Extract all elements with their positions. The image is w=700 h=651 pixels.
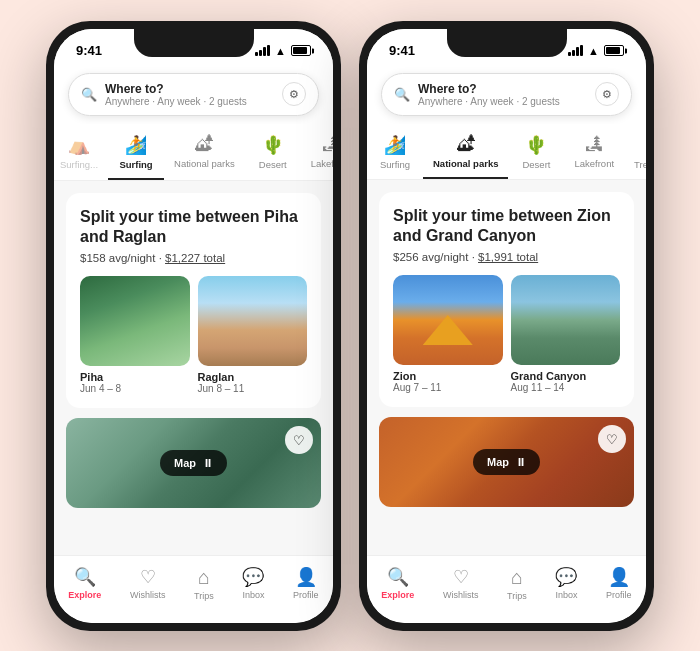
dest-name-grand-canyon: Grand Canyon (511, 370, 621, 382)
split-title-surfing: Split your time between Piha and Raglan (80, 207, 307, 249)
signal-bar-np-4 (580, 45, 583, 56)
search-icon-surfing: 🔍 (81, 87, 97, 102)
dest-item-grand-canyon[interactable]: Grand Canyon Aug 11 – 14 (511, 275, 621, 393)
category-national-parks-active[interactable]: 🏕 National parks (423, 128, 508, 179)
desert-icon-np: 🌵 (525, 134, 547, 156)
trips-icon-np: ⌂ (511, 566, 523, 589)
nav-wishlists-surfing[interactable]: ♡ Wishlists (130, 566, 166, 600)
explore-label-surfing: Explore (68, 590, 101, 600)
category-national-parks-s[interactable]: 🏕 National parks (164, 128, 245, 180)
national-parks-icon-np: 🏕 (457, 134, 475, 155)
main-content-np: Split your time between Zion and Grand C… (367, 180, 646, 574)
dest-img-grand-canyon (511, 275, 621, 365)
lakefront-icon-s: 🏞 (322, 134, 333, 155)
signal-bars-np (568, 45, 583, 56)
desert-label-np: Desert (522, 159, 550, 170)
dest-name-zion: Zion (393, 370, 503, 382)
explore-icon-surfing: 🔍 (74, 566, 96, 588)
dest-item-raglan[interactable]: Raglan Jun 8 – 11 (198, 276, 308, 394)
lakefront-icon-np: 🏞 (585, 134, 603, 155)
category-lakefront-s[interactable]: 🏞 Lakefront (301, 128, 333, 180)
lakefront-label-np: Lakefront (574, 158, 614, 169)
map-preview-np[interactable]: Map ⏸ ♡ (379, 417, 634, 507)
map-label-surfing: Map (174, 457, 196, 469)
desert-icon-s: 🌵 (262, 134, 284, 156)
signal-bar-np-3 (576, 47, 579, 56)
signal-bar-np-1 (568, 52, 571, 56)
wishlists-icon-surfing: ♡ (140, 566, 156, 588)
bottom-nav-surfing: 🔍 Explore ♡ Wishlists ⌂ Trips 💬 Inbox 👤 (54, 555, 333, 623)
piha-image (80, 276, 190, 366)
search-bar-np[interactable]: 🔍 Where to? Anywhere · Any week · 2 gues… (381, 73, 632, 116)
nav-trips-surfing[interactable]: ⌂ Trips (194, 566, 214, 601)
inbox-icon-surfing: 💬 (242, 566, 264, 588)
explore-label-np: Explore (381, 590, 414, 600)
heart-button-surfing[interactable]: ♡ (285, 426, 313, 454)
nav-profile-surfing[interactable]: 👤 Profile (293, 566, 319, 600)
surfing-label: Surfing (119, 159, 152, 170)
inbox-label-np: Inbox (555, 590, 577, 600)
filter-button-surfing[interactable]: ⚙ (282, 82, 306, 106)
category-desert-s[interactable]: 🌵 Desert (245, 128, 301, 180)
nav-profile-np[interactable]: 👤 Profile (606, 566, 632, 600)
search-section-surfing: 🔍 Where to? Anywhere · Any week · 2 gues… (54, 67, 333, 124)
dest-name-piha: Piha (80, 371, 190, 383)
profile-icon-surfing: 👤 (295, 566, 317, 588)
surfing-label-np: Surfing (380, 159, 410, 170)
map-button-surfing[interactable]: Map ⏸ (160, 450, 227, 476)
nav-trips-np[interactable]: ⌂ Trips (507, 566, 527, 601)
split-price-link-np[interactable]: $1,991 total (478, 251, 538, 263)
camping-label: Surfing... (60, 159, 98, 170)
status-icons-np: ▲ (568, 45, 624, 57)
nav-inbox-np[interactable]: 💬 Inbox (555, 566, 577, 600)
national-parks-label-np: National parks (433, 158, 498, 169)
signal-bars-surfing (255, 45, 270, 56)
profile-label-surfing: Profile (293, 590, 319, 600)
main-content-surfing: Split your time between Piha and Raglan … (54, 181, 333, 575)
nav-explore-surfing[interactable]: 🔍 Explore (68, 566, 101, 600)
map-preview-surfing[interactable]: Map ⏸ ♡ (66, 418, 321, 508)
nav-inbox-surfing[interactable]: 💬 Inbox (242, 566, 264, 600)
category-surfing-np[interactable]: 🏄 Surfing (367, 128, 423, 179)
phone-inner-surfing: 9:41 ▲ 🔍 (54, 29, 333, 623)
category-surfing-active[interactable]: 🏄 Surfing (108, 128, 164, 180)
status-time-surfing: 9:41 (76, 43, 102, 58)
nav-wishlists-np[interactable]: ♡ Wishlists (443, 566, 479, 600)
raglan-image (198, 276, 308, 366)
battery-fill-surfing (293, 47, 307, 54)
phone-surfing: 9:41 ▲ 🔍 (46, 21, 341, 631)
phones-container: 9:41 ▲ 🔍 (46, 21, 654, 631)
dest-dates-raglan: Jun 8 – 11 (198, 383, 308, 394)
categories-np: 🏄 Surfing 🏕 National parks 🌵 Desert 🏞 La… (367, 124, 646, 180)
split-price-link-surfing[interactable]: $1,227 total (165, 252, 225, 264)
treehouse-label-np: Treehouse (634, 159, 646, 170)
inbox-label-surfing: Inbox (242, 590, 264, 600)
desert-label-s: Desert (259, 159, 287, 170)
category-desert-np[interactable]: 🌵 Desert (508, 128, 564, 179)
dest-dates-zion: Aug 7 – 11 (393, 382, 503, 393)
trips-label-np: Trips (507, 591, 527, 601)
wifi-icon-np: ▲ (588, 45, 599, 57)
national-parks-label-s: National parks (174, 158, 235, 169)
split-card-np: Split your time between Zion and Grand C… (379, 192, 634, 408)
destination-images-np: Zion Aug 7 – 11 Grand Canyon Aug 11 – 14 (393, 275, 620, 393)
search-bar-surfing[interactable]: 🔍 Where to? Anywhere · Any week · 2 gues… (68, 73, 319, 116)
wishlists-label-surfing: Wishlists (130, 590, 166, 600)
dest-dates-grand-canyon: Aug 11 – 14 (511, 382, 621, 393)
category-treehouse-np[interactable]: 🌲 Treehouse (624, 128, 646, 179)
filter-button-np[interactable]: ⚙ (595, 82, 619, 106)
dest-name-raglan: Raglan (198, 371, 308, 383)
heart-button-np[interactable]: ♡ (598, 425, 626, 453)
search-text-wrap-np: Where to? Anywhere · Any week · 2 guests (418, 82, 595, 107)
dest-item-zion[interactable]: Zion Aug 7 – 11 (393, 275, 503, 393)
category-lakefront-np[interactable]: 🏞 Lakefront (564, 128, 624, 179)
split-title-np: Split your time between Zion and Grand C… (393, 206, 620, 248)
bottom-nav-np: 🔍 Explore ♡ Wishlists ⌂ Trips 💬 Inbox 👤 (367, 555, 646, 623)
nav-explore-np[interactable]: 🔍 Explore (381, 566, 414, 600)
notch-surfing (134, 29, 254, 57)
dest-item-piha[interactable]: Piha Jun 4 – 8 (80, 276, 190, 394)
lakefront-label-s: Lakefront (311, 158, 333, 169)
map-button-np[interactable]: Map ⏸ (473, 449, 540, 475)
search-sub-text-surfing: Anywhere · Any week · 2 guests (105, 96, 282, 107)
category-camping-surfing[interactable]: ⛺ Surfing... (54, 128, 108, 180)
